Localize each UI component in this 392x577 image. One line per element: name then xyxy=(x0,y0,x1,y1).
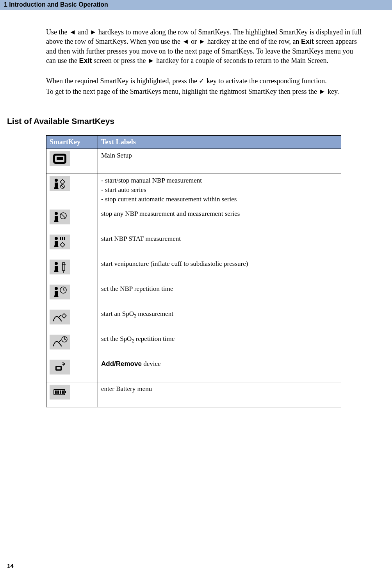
col-header-smartkey: SmartKey xyxy=(46,136,98,149)
svg-rect-32 xyxy=(65,391,66,393)
table-row: set the NBP repetition time xyxy=(46,282,341,307)
label-post: repetition time xyxy=(134,335,175,342)
svg-rect-17 xyxy=(55,266,58,270)
nbp-stat-icon xyxy=(50,235,70,249)
table-row: stop any NBP measurement and measurement… xyxy=(46,207,341,232)
svg-rect-30 xyxy=(57,367,61,369)
page-number: 14 xyxy=(7,563,14,569)
smartkey-cell xyxy=(46,332,98,357)
paragraph-3: To get to the next page of the SmartKeys… xyxy=(46,87,362,96)
table-row: set the SpO2 repetition time xyxy=(46,332,341,357)
svg-rect-2 xyxy=(57,157,63,160)
paragraph-1: Use the ◄ and ► hardkeys to move along t… xyxy=(46,27,362,65)
battery-icon xyxy=(50,385,70,400)
svg-line-10 xyxy=(61,213,66,218)
label-cell: start venipuncture (inflate cuff to subd… xyxy=(98,257,341,282)
svg-point-21 xyxy=(55,287,58,290)
label-cell: stop any NBP measurement and measurement… xyxy=(98,207,341,232)
nbp-start-stop-icon xyxy=(50,176,70,191)
spo2-start-icon xyxy=(50,310,70,324)
svg-point-3 xyxy=(55,179,58,182)
svg-rect-12 xyxy=(55,241,58,245)
nbp-stop-all-icon xyxy=(50,210,70,224)
smartkey-cell xyxy=(46,232,98,257)
col-header-text-labels: Text Labels xyxy=(98,136,341,149)
smartkey-cell xyxy=(46,149,98,174)
smartkey-cell xyxy=(46,174,98,207)
label-pre: start an SpO xyxy=(101,310,134,317)
table-row: Add/Remove device xyxy=(46,357,341,382)
exit-label-2: Exit xyxy=(79,57,92,65)
label-cell: start NBP STAT measurement xyxy=(98,232,341,257)
p1-text-c: screen or press the ► hardkey for a coup… xyxy=(92,57,328,65)
svg-rect-36 xyxy=(62,391,64,394)
svg-rect-34 xyxy=(57,391,59,394)
svg-rect-13 xyxy=(60,237,61,240)
svg-rect-33 xyxy=(55,391,57,394)
smartkey-cell xyxy=(46,257,98,282)
chapter-title: 1 Introduction and Basic Operation xyxy=(0,0,113,10)
svg-point-16 xyxy=(55,262,58,265)
label-cell: Main Setup xyxy=(98,149,341,174)
svg-rect-35 xyxy=(60,391,61,394)
label-rest: device xyxy=(142,360,161,367)
label-cell: enter Battery menu xyxy=(98,382,341,407)
label-cell: - start/stop manual NBP measurement - st… xyxy=(98,174,341,207)
spo2-repeat-time-icon xyxy=(50,335,70,349)
smartkey-cell xyxy=(46,207,98,232)
table-row: start an SpO2 measurement xyxy=(46,307,341,332)
svg-rect-8 xyxy=(55,216,58,220)
nbp-repeat-time-icon xyxy=(50,285,70,299)
label-cell: start an SpO2 measurement xyxy=(98,307,341,332)
label-pre: set the SpO xyxy=(101,335,132,342)
svg-rect-18 xyxy=(62,263,65,271)
svg-rect-22 xyxy=(55,291,58,295)
svg-rect-15 xyxy=(64,237,65,240)
add-remove-device-icon xyxy=(50,360,70,375)
exit-label-1: Exit xyxy=(301,38,314,45)
label-cell: set the NBP repetition time xyxy=(98,282,341,307)
table-row: start venipuncture (inflate cuff to subd… xyxy=(46,257,341,282)
svg-point-7 xyxy=(55,212,58,215)
table-row: start NBP STAT measurement xyxy=(46,232,341,257)
section-heading: List of Available SmartKeys xyxy=(7,116,114,126)
smartkey-cell xyxy=(46,382,98,407)
label-cell: Add/Remove device xyxy=(98,357,341,382)
table-row: enter Battery menu xyxy=(46,382,341,407)
table-row: Main Setup xyxy=(46,149,341,174)
label-post: measurement xyxy=(136,310,173,317)
table-row: - start/stop manual NBP measurement - st… xyxy=(46,174,341,207)
label-bold: Add/Remove xyxy=(101,360,142,367)
venipuncture-icon xyxy=(50,260,70,274)
label-line: - stop current automatic measurement wit… xyxy=(101,195,338,204)
svg-rect-4 xyxy=(55,183,58,186)
label-cell: set the SpO2 repetition time xyxy=(98,332,341,357)
svg-line-6 xyxy=(61,185,64,188)
label-line: - start auto series xyxy=(101,186,338,195)
table-header-row: SmartKey Text Labels xyxy=(46,136,341,149)
paragraph-2: When the required SmartKey is highlighte… xyxy=(46,76,362,86)
svg-point-11 xyxy=(55,237,58,240)
main-setup-icon xyxy=(50,151,70,166)
smartkey-cell xyxy=(46,307,98,332)
svg-rect-14 xyxy=(62,237,63,240)
smartkey-cell xyxy=(46,357,98,382)
smartkeys-table: SmartKey Text Labels Main Setup - start/… xyxy=(46,135,341,407)
smartkey-cell xyxy=(46,282,98,307)
label-line: - start/stop manual NBP measurement xyxy=(101,176,338,185)
